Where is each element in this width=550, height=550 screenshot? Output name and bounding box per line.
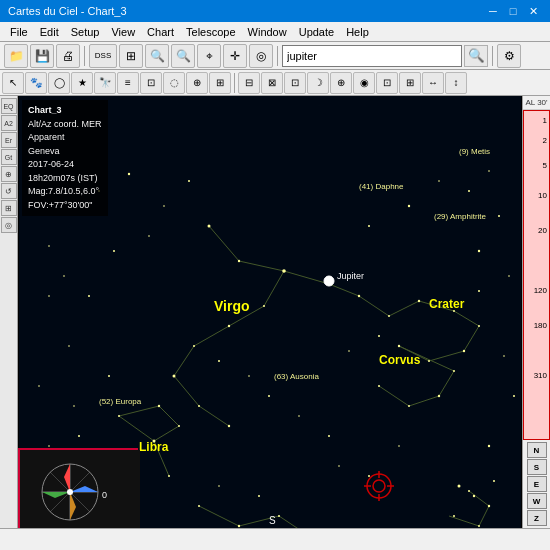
svg-point-47 [463,350,465,352]
tb2-btn-7[interactable]: ⊡ [140,72,162,94]
svg-point-112 [38,385,40,387]
sidebar-btn-er[interactable]: Er [1,132,17,148]
svg-point-110 [48,295,50,297]
tb2-btn-5[interactable]: 🔭 [94,72,116,94]
center-button[interactable]: ✛ [223,44,247,68]
window-title: Cartes du Ciel - Chart_3 [8,5,127,17]
svg-text:(9) Metis: (9) Metis [459,147,490,156]
nav-s-button[interactable]: S [527,459,547,475]
compass-svg: 0 [20,450,140,528]
svg-point-55 [228,325,230,327]
svg-point-49 [398,345,400,347]
menu-setup[interactable]: Setup [65,22,106,41]
tb2-btn-12[interactable]: ⊠ [261,72,283,94]
tb2-btn-4[interactable]: ★ [71,72,93,94]
svg-point-104 [248,375,250,377]
sidebar-btn-a2[interactable]: A2 [1,115,17,131]
minimize-button[interactable]: ─ [484,2,502,20]
tb2-btn-8[interactable]: ◌ [163,72,185,94]
svg-point-84 [493,480,495,482]
find-button[interactable]: ⌖ [197,44,221,68]
tb2-btn-13[interactable]: ⊡ [284,72,306,94]
tb2-btn-3[interactable]: ◯ [48,72,70,94]
scale-120: 120 [534,286,547,295]
sidebar-btn-7[interactable]: ⊞ [1,200,17,216]
svg-point-72 [148,235,150,237]
nav-buttons: N S E W Z [523,440,550,528]
tb2-btn-11[interactable]: ⊟ [238,72,260,94]
svg-point-98 [338,465,340,467]
svg-point-50 [378,385,380,387]
menu-window[interactable]: Window [242,22,293,41]
sidebar-btn-8[interactable]: ◎ [1,217,17,233]
svg-point-60 [118,415,120,417]
nav-n-button[interactable]: N [527,442,547,458]
toolbar-main: 📁 💾 🖨 DSS ⊞ 🔍 🔍 ⌖ ✛ ◎ 🔍 ⚙ [0,42,550,70]
tb2-btn-1[interactable]: ↖ [2,72,24,94]
svg-point-80 [478,290,480,292]
search-button[interactable]: 🔍 [464,45,488,67]
zoom-in-button[interactable]: 🔍 [145,44,169,68]
svg-point-108 [503,355,505,357]
menu-telescope[interactable]: Telescope [180,22,242,41]
scale-bar: 1 2 5 10 20 120 180 310 [523,110,550,440]
save-button[interactable]: 💾 [30,44,54,68]
tb2-btn-2[interactable]: 🐾 [25,72,47,94]
zoom-out-button[interactable]: 🔍 [171,44,195,68]
nav-w-button[interactable]: W [527,493,547,509]
svg-point-86 [453,515,455,517]
tb2-btn-19[interactable]: ↔ [422,72,444,94]
menu-help[interactable]: Help [340,22,375,41]
svg-text:(63) Ausonia: (63) Ausonia [274,372,319,381]
sky-chart-area[interactable]: Jupiter Virgo Crater Corvus Libra Norma … [18,96,522,528]
menu-view[interactable]: View [105,22,141,41]
tb2-btn-16[interactable]: ◉ [353,72,375,94]
svg-point-83 [488,445,490,447]
settings-button[interactable]: ⚙ [497,44,521,68]
menu-update[interactable]: Update [293,22,340,41]
tb2-btn-9[interactable]: ⊕ [186,72,208,94]
tb2-btn-14[interactable]: ☽ [307,72,329,94]
grid-button[interactable]: ⊞ [119,44,143,68]
svg-point-97 [258,495,260,497]
svg-point-46 [478,325,480,327]
menu-edit[interactable]: Edit [34,22,65,41]
sidebar-btn-gt[interactable]: Gt [1,149,17,165]
tb2-btn-17[interactable]: ⊡ [376,72,398,94]
tb2-btn-6[interactable]: ≡ [117,72,139,94]
print-button[interactable]: 🖨 [56,44,80,68]
svg-point-48 [428,360,430,362]
nav-z-button[interactable]: Z [527,510,547,526]
dss-button[interactable]: DSS [89,44,117,68]
track-button[interactable]: ◎ [249,44,273,68]
svg-point-107 [378,335,380,337]
sidebar-btn-6[interactable]: ↺ [1,183,17,199]
open-button[interactable]: 📁 [4,44,28,68]
close-button[interactable]: ✕ [524,2,542,20]
tb2-btn-15[interactable]: ⊕ [330,72,352,94]
nav-e-button[interactable]: E [527,476,547,492]
svg-point-44 [418,300,420,302]
tb2-btn-10[interactable]: ⊞ [209,72,231,94]
svg-point-39 [238,260,240,262]
svg-point-79 [478,250,480,252]
svg-point-89 [488,505,490,507]
svg-point-101 [328,435,330,437]
maximize-button[interactable]: □ [504,2,522,20]
left-sidebar: EQ A2 Er Gt ⊕ ↺ ⊞ ◎ [0,96,18,528]
separator-tb2 [234,73,235,93]
tb2-btn-18[interactable]: ⊞ [399,72,421,94]
sidebar-btn-5[interactable]: ⊕ [1,166,17,182]
menu-chart[interactable]: Chart [141,22,180,41]
svg-point-53 [453,370,455,372]
svg-point-106 [348,350,350,352]
scale-10: 10 [538,191,547,200]
window-controls: ─ □ ✕ [484,2,542,20]
sidebar-btn-eq[interactable]: EQ [1,98,17,114]
tb2-btn-20[interactable]: ↕ [445,72,467,94]
svg-point-63 [158,405,160,407]
menu-file[interactable]: File [4,22,34,41]
jupiter-marker [324,276,334,286]
apparent-label: Apparent [28,131,102,145]
search-input[interactable] [282,45,462,67]
